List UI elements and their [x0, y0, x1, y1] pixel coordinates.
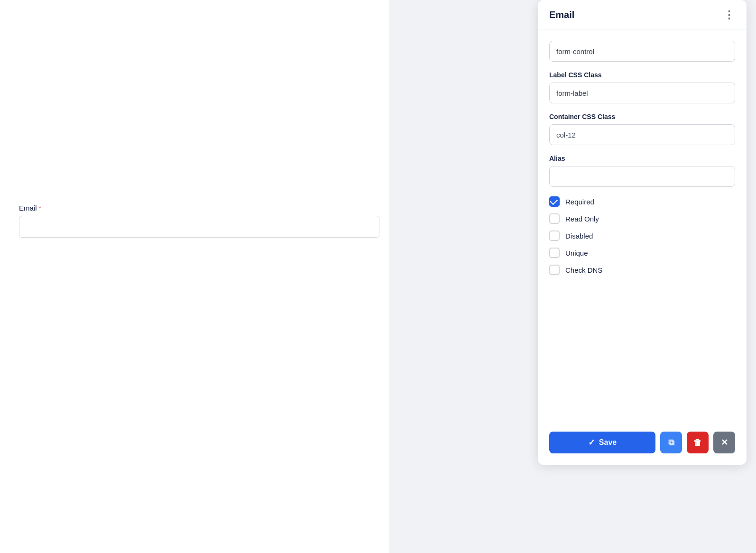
checkbox-unique-label: Unique [565, 249, 588, 257]
required-star: * [39, 204, 42, 212]
container-css-class-label: Container CSS Class [549, 113, 735, 120]
checkboxes-group: Required Read Only Disabled Unique Check… [549, 196, 735, 275]
email-label-text: Email [19, 204, 37, 212]
copy-icon: ⧉ [668, 438, 674, 448]
settings-panel: Email ⋮ Label CSS Class Container CSS Cl… [538, 0, 747, 465]
close-icon: ✕ [721, 437, 728, 448]
checkbox-read-only-label: Read Only [565, 215, 599, 223]
email-field-label: Email * [19, 204, 370, 212]
checkbox-required-label: Required [565, 198, 594, 206]
checkbox-check-dns-label: Check DNS [565, 266, 602, 274]
checkbox-required[interactable]: Required [549, 196, 735, 207]
checkbox-unique-box[interactable] [549, 248, 560, 258]
checkbox-unique[interactable]: Unique [549, 248, 735, 258]
main-form-area: Email * [0, 0, 389, 553]
email-input[interactable] [19, 216, 379, 238]
alias-label: Alias [549, 155, 735, 162]
panel-body: Label CSS Class Container CSS Class Alia… [538, 29, 747, 424]
input-css-class-field[interactable] [549, 41, 735, 62]
checkbox-check-dns[interactable]: Check DNS [549, 265, 735, 275]
container-css-class-field[interactable] [549, 124, 735, 145]
save-check-icon: ✓ [588, 437, 595, 448]
checkbox-disabled-box[interactable] [549, 230, 560, 241]
checkbox-disabled[interactable]: Disabled [549, 230, 735, 241]
save-button[interactable]: ✓ Save [549, 432, 655, 453]
save-label: Save [599, 438, 617, 447]
checkbox-disabled-label: Disabled [565, 232, 593, 240]
alias-field[interactable] [549, 166, 735, 187]
close-button[interactable]: ✕ [713, 432, 735, 453]
panel-title: Email [549, 9, 574, 20]
alias-group: Alias [549, 155, 735, 187]
checkbox-read-only-box[interactable] [549, 213, 560, 224]
more-options-icon[interactable]: ⋮ [724, 10, 735, 20]
checkbox-check-dns-box[interactable] [549, 265, 560, 275]
panel-footer: ✓ Save ⧉ 🗑 ✕ [538, 424, 747, 465]
panel-header: Email ⋮ [538, 0, 747, 29]
delete-icon: 🗑 [693, 438, 702, 448]
container-css-class-group: Container CSS Class [549, 113, 735, 145]
checkbox-read-only[interactable]: Read Only [549, 213, 735, 224]
checkbox-required-box[interactable] [549, 196, 560, 207]
label-css-class-group: Label CSS Class [549, 71, 735, 103]
copy-button[interactable]: ⧉ [660, 432, 682, 453]
input-css-class-group [549, 41, 735, 62]
label-css-class-label: Label CSS Class [549, 71, 735, 79]
delete-button[interactable]: 🗑 [687, 432, 709, 453]
label-css-class-field[interactable] [549, 83, 735, 103]
